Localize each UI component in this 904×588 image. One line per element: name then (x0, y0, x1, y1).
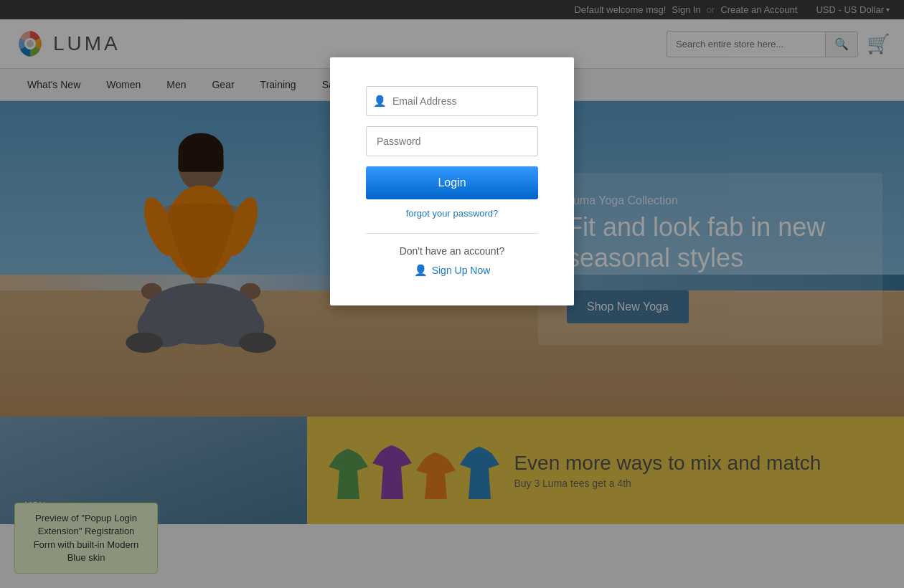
signup-link[interactable]: 👤 Sign Up Now (366, 264, 538, 277)
password-input[interactable] (366, 126, 538, 156)
signup-person-icon: 👤 (414, 264, 428, 277)
forgot-password-link[interactable]: forgot your password? (366, 208, 538, 219)
login-modal: 👤 Login forgot your password? Don't have… (330, 57, 574, 305)
signup-label: Sign Up Now (432, 265, 491, 276)
no-account-text: Don't have an account? (366, 245, 538, 257)
email-icon: 👤 (373, 95, 387, 108)
email-input[interactable] (366, 86, 538, 116)
login-modal-overlay: 👤 Login forgot your password? Don't have… (0, 0, 904, 524)
email-input-group: 👤 (366, 86, 538, 116)
modal-divider (366, 233, 538, 234)
login-button[interactable]: Login (366, 166, 538, 199)
password-input-group (366, 126, 538, 156)
